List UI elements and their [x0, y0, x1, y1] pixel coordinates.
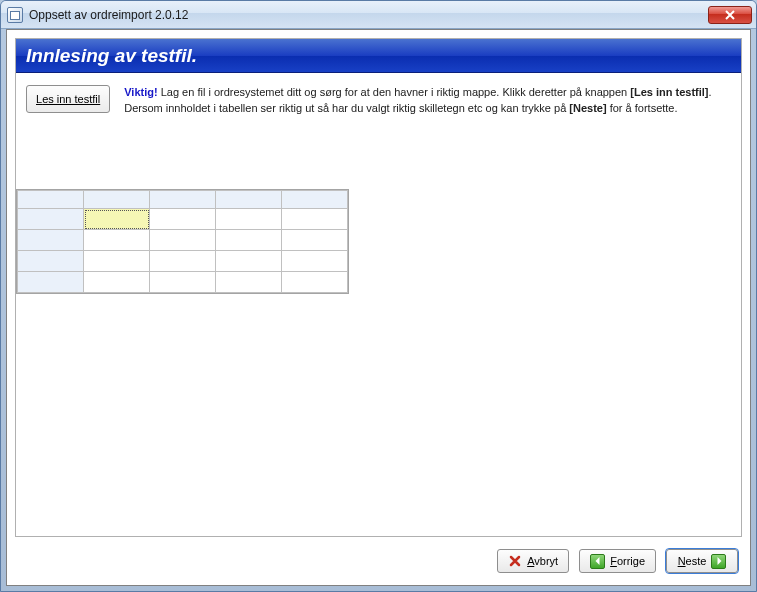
grid-cell[interactable] [216, 230, 282, 251]
grid-cell[interactable] [282, 272, 348, 293]
window-title: Oppsett av ordreimport 2.0.12 [29, 8, 702, 22]
wizard-footer: Avbryt Forrige Neste [15, 543, 742, 579]
arrow-right-icon [711, 554, 726, 569]
grid-col-header[interactable] [150, 191, 216, 209]
info-part-b: [Les inn testfil] [630, 86, 708, 98]
info-part-a: Lag en fil i ordresystemet ditt og sørg … [158, 86, 631, 98]
grid-cell[interactable] [84, 209, 150, 230]
grid-row [18, 230, 348, 251]
grid-row [18, 251, 348, 272]
grid-cell[interactable] [18, 209, 84, 230]
grid-cell[interactable] [216, 251, 282, 272]
cancel-label: Avbryt [527, 555, 558, 567]
grid-cell[interactable] [84, 251, 150, 272]
grid-row [18, 272, 348, 293]
grid-cell[interactable] [216, 209, 282, 230]
cancel-button[interactable]: Avbryt [497, 549, 569, 573]
grid-col-header[interactable] [84, 191, 150, 209]
next-button[interactable]: Neste [666, 549, 738, 573]
grid-cell[interactable] [84, 230, 150, 251]
top-content: Les inn testfil Viktig! Lag en fil i ord… [16, 73, 741, 123]
grid-col-header[interactable] [282, 191, 348, 209]
info-important: Viktig! [124, 86, 157, 98]
grid-cell[interactable] [18, 230, 84, 251]
arrow-left-icon [590, 554, 605, 569]
previous-button[interactable]: Forrige [579, 549, 656, 573]
grid-cell[interactable] [282, 230, 348, 251]
info-part-d: [Neste] [569, 102, 606, 114]
grid-cell[interactable] [216, 272, 282, 293]
grid-cell[interactable] [18, 251, 84, 272]
next-label: Neste [678, 555, 707, 567]
grid-header-row [18, 191, 348, 209]
close-button[interactable] [708, 6, 752, 24]
app-icon [7, 7, 23, 23]
load-testfile-button[interactable]: Les inn testfil [26, 85, 110, 113]
grid-cell[interactable] [150, 251, 216, 272]
grid-cell[interactable] [282, 209, 348, 230]
grid-col-header[interactable] [18, 191, 84, 209]
grid-cell[interactable] [18, 272, 84, 293]
cancel-icon [508, 554, 522, 568]
content-area: Innlesing av testfil. Les inn testfil Vi… [6, 29, 751, 586]
info-text: Viktig! Lag en fil i ordresystemet ditt … [124, 85, 731, 117]
grid-cell[interactable] [150, 272, 216, 293]
window-frame: Oppsett av ordreimport 2.0.12 Innlesing … [0, 0, 757, 592]
wizard-title: Innlesing av testfil. [26, 45, 197, 67]
wizard-panel: Innlesing av testfil. Les inn testfil Vi… [15, 38, 742, 537]
wizard-banner: Innlesing av testfil. [16, 39, 741, 73]
grid-cell[interactable] [150, 230, 216, 251]
load-testfile-label: Les inn testfil [36, 93, 100, 105]
previous-label: Forrige [610, 555, 645, 567]
grid-row [18, 209, 348, 230]
grid-cell[interactable] [150, 209, 216, 230]
close-icon [725, 10, 735, 20]
grid-cell[interactable] [84, 272, 150, 293]
preview-grid[interactable] [16, 189, 349, 294]
grid-col-header[interactable] [216, 191, 282, 209]
titlebar[interactable]: Oppsett av ordreimport 2.0.12 [1, 1, 756, 29]
info-part-e: for å fortsette. [607, 102, 678, 114]
grid-cell[interactable] [282, 251, 348, 272]
